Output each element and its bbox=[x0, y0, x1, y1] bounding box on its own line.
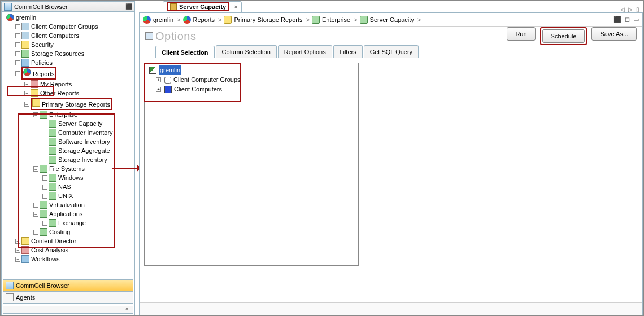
collapse-icon[interactable]: – bbox=[24, 102, 29, 107]
close-tab-icon[interactable]: × bbox=[234, 3, 237, 10]
schedule-button[interactable]: Schedule bbox=[542, 29, 585, 43]
tree-item-applications[interactable]: –Applications bbox=[33, 209, 133, 218]
status-bar bbox=[140, 302, 642, 315]
expand-icon[interactable]: + bbox=[42, 221, 47, 226]
tab-filters[interactable]: Filters bbox=[333, 45, 363, 58]
pin-icon[interactable]: ⬛ bbox=[125, 3, 132, 10]
expand-icon[interactable]: + bbox=[15, 51, 20, 56]
expand-icon[interactable]: + bbox=[156, 77, 161, 82]
pane-commcell-browser[interactable]: CommCell Browser bbox=[3, 279, 133, 292]
tree-item[interactable]: Computer Inventory bbox=[42, 128, 133, 137]
tab-client-selection[interactable]: Client Selection bbox=[155, 46, 215, 58]
expand-icon[interactable]: + bbox=[15, 248, 20, 253]
nav-tree: gremlin +Client Computer Groups +Client … bbox=[4, 13, 133, 270]
sidebar-title: CommCell Browser bbox=[14, 3, 68, 10]
breadcrumb-item[interactable]: Server Capacity bbox=[360, 16, 414, 24]
run-button[interactable]: Run bbox=[507, 27, 535, 41]
tree-item[interactable]: +Storage Resources bbox=[15, 49, 133, 58]
tree-item[interactable]: +Client Computers bbox=[15, 31, 133, 40]
tree-item[interactable]: +Costing bbox=[33, 227, 133, 236]
maximize-icon[interactable]: ▭ bbox=[633, 16, 639, 23]
tree-item[interactable]: Storage Aggregate bbox=[42, 146, 133, 155]
pane-agents[interactable]: Agents bbox=[3, 291, 133, 304]
collapse-icon[interactable]: – bbox=[33, 112, 38, 117]
tree-item[interactable]: +My Reports bbox=[24, 80, 133, 89]
collapse-icon[interactable]: – bbox=[33, 212, 38, 217]
window-icon[interactable]: ◻ bbox=[625, 16, 630, 23]
expand-icon[interactable]: + bbox=[15, 33, 20, 38]
tree-item[interactable]: Storage Inventory bbox=[42, 155, 133, 164]
tree-item[interactable]: +Workflows bbox=[15, 254, 133, 264]
expand-icon[interactable]: + bbox=[15, 60, 20, 65]
expand-icon[interactable]: + bbox=[15, 239, 20, 244]
expand-icon[interactable]: + bbox=[15, 42, 20, 47]
next-tab-icon[interactable]: ▷ bbox=[628, 6, 633, 12]
tree-item-psr[interactable]: –Primary Storage Reports bbox=[24, 98, 133, 110]
selection-item[interactable]: +Client Computers bbox=[147, 85, 356, 94]
tree-item[interactable]: +NAS bbox=[42, 182, 133, 191]
main-area: Server Capacity × ◁ ▷ ▯ gremlin> Reports… bbox=[139, 1, 643, 315]
tree-item[interactable]: +UNIX bbox=[42, 191, 133, 200]
tree-item[interactable]: Software Inventory bbox=[42, 137, 133, 146]
checkbox-partial-icon[interactable] bbox=[149, 67, 156, 74]
selection-root[interactable]: gremlin bbox=[147, 65, 356, 75]
expand-icon[interactable]: + bbox=[33, 203, 38, 208]
reports-icon bbox=[23, 68, 31, 76]
tree-item[interactable]: +Other Reports bbox=[24, 89, 133, 98]
tree-item-reports[interactable]: –Reports bbox=[15, 67, 133, 80]
crumb-tools: ⬛ ◻ ▭ bbox=[613, 16, 639, 23]
expand-icon[interactable]: + bbox=[24, 91, 29, 96]
expand-icon[interactable]: + bbox=[15, 257, 20, 262]
tab-get-sql-query[interactable]: Get SQL Query bbox=[364, 45, 419, 58]
breadcrumb-item[interactable]: Primary Storage Reports bbox=[224, 16, 302, 24]
client-selection-tree: gremlin +Client Computer Groups +Client … bbox=[144, 63, 359, 266]
tab-report-options[interactable]: Report Options bbox=[278, 45, 332, 58]
selection-item[interactable]: +Client Computer Groups bbox=[147, 75, 356, 85]
tree-root[interactable]: gremlin bbox=[6, 13, 133, 22]
expand-icon[interactable]: + bbox=[24, 82, 29, 87]
tab-navigation: ◁ ▷ ▯ bbox=[620, 6, 643, 12]
report-icon bbox=[360, 16, 368, 24]
expand-icon[interactable]: + bbox=[42, 194, 47, 199]
pin-icon[interactable]: ⬛ bbox=[613, 16, 621, 23]
report-icon bbox=[49, 192, 56, 200]
report-icon bbox=[49, 147, 56, 155]
tab-column-selection[interactable]: Column Selection bbox=[216, 45, 277, 58]
agents-icon bbox=[6, 293, 14, 301]
tree-item[interactable]: +Exchange bbox=[42, 218, 133, 227]
enterprise-icon bbox=[40, 111, 47, 118]
tree-item-enterprise[interactable]: –Enterprise bbox=[33, 110, 133, 119]
collapse-icon[interactable]: – bbox=[15, 71, 20, 76]
expand-icon[interactable]: + bbox=[15, 24, 20, 29]
storage-icon bbox=[21, 50, 29, 58]
breadcrumb-item[interactable]: Enterprise bbox=[312, 16, 350, 24]
chevron-right-icon: > bbox=[218, 16, 221, 23]
tab-menu-icon[interactable]: ▯ bbox=[636, 6, 639, 12]
prev-tab-icon[interactable]: ◁ bbox=[620, 6, 625, 12]
tree-item[interactable]: +Security bbox=[15, 40, 133, 49]
applications-icon bbox=[40, 210, 47, 218]
tree-item[interactable]: Server Capacity bbox=[42, 119, 133, 128]
costing-icon bbox=[40, 228, 47, 236]
breadcrumb-item[interactable]: gremlin bbox=[143, 16, 173, 24]
save-as-button[interactable]: Save As... bbox=[591, 27, 637, 41]
expand-icon[interactable]: + bbox=[42, 175, 47, 181]
tab-server-capacity[interactable]: Server Capacity × bbox=[163, 1, 242, 12]
tree-item[interactable]: +Client Computer Groups bbox=[15, 22, 133, 31]
breadcrumb-item[interactable]: Reports bbox=[183, 16, 215, 24]
chevron-right-icon: > bbox=[354, 16, 357, 23]
tree-item[interactable]: +Policies bbox=[15, 58, 133, 67]
collapse-icon[interactable]: – bbox=[33, 166, 38, 172]
expand-icon[interactable]: + bbox=[42, 185, 47, 190]
options-icon bbox=[145, 32, 153, 40]
checkbox-checked-icon[interactable] bbox=[164, 86, 172, 93]
tree-item[interactable]: +Virtualization bbox=[33, 200, 133, 209]
tree-item[interactable]: +Windows bbox=[42, 173, 133, 182]
expand-icon[interactable]: + bbox=[156, 87, 161, 92]
document-tab-strip: Server Capacity × ◁ ▷ ▯ bbox=[139, 1, 643, 12]
pane-chevron[interactable]: » bbox=[3, 306, 133, 314]
checkbox[interactable] bbox=[164, 77, 171, 84]
tree-item[interactable]: +Cost Analysis bbox=[15, 245, 133, 254]
expand-icon[interactable]: + bbox=[33, 230, 38, 235]
tree-item[interactable]: +Content Director bbox=[15, 236, 133, 245]
